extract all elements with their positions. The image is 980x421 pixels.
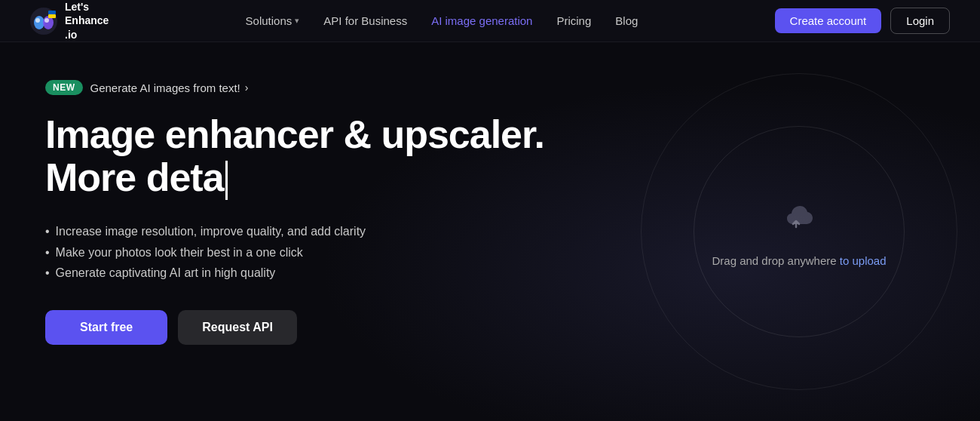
nav-blog[interactable]: Blog bbox=[615, 14, 638, 27]
hero-left: NEW Generate AI images from text! › Imag… bbox=[0, 42, 618, 421]
cta-row: Start free Request API bbox=[45, 310, 573, 345]
login-button[interactable]: Login bbox=[890, 8, 950, 34]
bullet-2: Make your photos look their best in a on… bbox=[45, 242, 573, 263]
header: Let's Enhance .io Solutions ▾ API for Bu… bbox=[0, 0, 980, 42]
request-api-button[interactable]: Request API bbox=[178, 310, 297, 345]
bullet-3: Generate captivating AI art in high qual… bbox=[45, 263, 573, 283]
nav-pricing[interactable]: Pricing bbox=[556, 14, 591, 27]
main-nav: Solutions ▾ API for Business AI image ge… bbox=[246, 14, 639, 27]
svg-point-3 bbox=[35, 18, 40, 23]
new-badge: NEW bbox=[45, 80, 83, 95]
chevron-right-icon: › bbox=[245, 81, 249, 94]
svg-rect-5 bbox=[48, 11, 56, 14]
upload-link[interactable]: to upload bbox=[840, 254, 887, 267]
logo[interactable]: Let's Enhance .io bbox=[30, 0, 109, 41]
nav-ai-image[interactable]: AI image generation bbox=[431, 14, 532, 27]
bullet-1: Increase image resolution, improve quali… bbox=[45, 221, 573, 241]
hero-bullets: Increase image resolution, improve quali… bbox=[45, 221, 573, 283]
cursor-blink bbox=[225, 161, 228, 200]
upload-zone[interactable]: Drag and drop anywhere to upload bbox=[712, 197, 886, 267]
hero-title: Image enhancer & upscaler. More deta bbox=[45, 113, 573, 200]
upload-icon bbox=[776, 197, 822, 242]
nav-api[interactable]: API for Business bbox=[323, 14, 407, 27]
chevron-down-icon: ▾ bbox=[295, 16, 299, 26]
create-account-button[interactable]: Create account bbox=[775, 8, 882, 33]
svg-point-1 bbox=[34, 16, 44, 29]
svg-point-4 bbox=[44, 18, 49, 23]
new-badge-text[interactable]: Generate AI images from text! › bbox=[90, 81, 249, 94]
nav-actions: Create account Login bbox=[775, 8, 950, 34]
new-badge-row: NEW Generate AI images from text! › bbox=[45, 80, 573, 95]
hero-right: Drag and drop anywhere to upload bbox=[618, 42, 980, 421]
svg-rect-6 bbox=[48, 14, 56, 18]
hero-section: NEW Generate AI images from text! › Imag… bbox=[0, 42, 980, 421]
upload-label: Drag and drop anywhere to upload bbox=[712, 254, 886, 267]
nav-solutions[interactable]: Solutions ▾ bbox=[246, 14, 300, 27]
start-free-button[interactable]: Start free bbox=[45, 310, 167, 345]
logo-text: Let's Enhance .io bbox=[65, 0, 109, 41]
